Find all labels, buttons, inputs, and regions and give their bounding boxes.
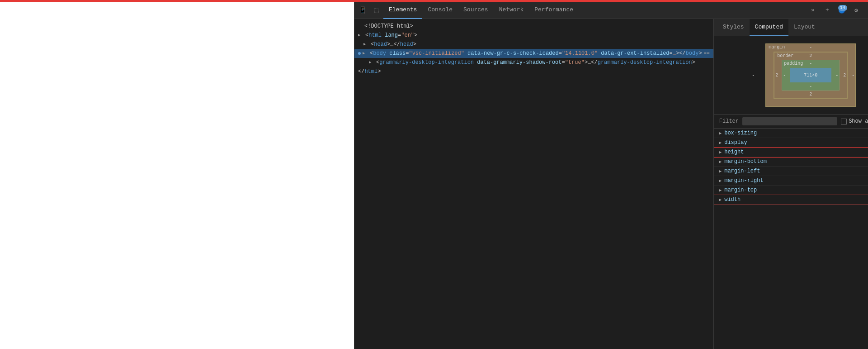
computed-arrow-margin-left: ▶	[719, 169, 722, 174]
tab-sources[interactable]: Sources	[458, 2, 494, 19]
computed-prop-name-margin-right: margin-right	[724, 177, 797, 184]
reveal-icon[interactable]: ==	[704, 49, 710, 57]
elem-head: ▶ <head>…</head>	[354, 40, 713, 49]
computed-arrow-margin-bottom: ▶	[719, 159, 722, 164]
padding-bottom-val: -	[809, 84, 812, 89]
margin-left-val: -	[752, 73, 755, 78]
computed-properties-list: ▶box-sizingborder-box▶displayblock▶heigh…	[714, 129, 868, 349]
computed-prop-value-margin-left: 0px	[797, 168, 868, 174]
elem-body: ▶ <body class="vsc-initialized" data-new…	[354, 49, 713, 58]
margin-top-val: -	[809, 45, 812, 50]
arrow-grammarly[interactable]: ▶	[369, 58, 375, 67]
selected-dot	[358, 52, 361, 55]
computed-prop-name-margin-bottom: margin-bottom	[724, 158, 797, 165]
show-all-checkbox-box[interactable]	[841, 119, 847, 124]
more-tabs-button[interactable]: »	[807, 4, 819, 17]
padding-right-val: -	[835, 73, 838, 78]
badge-button[interactable]: 🔵14	[835, 4, 848, 17]
padding-top-val: -	[809, 61, 812, 66]
computed-arrow-box-sizing: ▶	[719, 131, 722, 136]
computed-arrow-width: ▶	[719, 197, 722, 202]
computed-prop-value-margin-top: 0px	[797, 187, 868, 193]
arrow-head[interactable]: ▶	[363, 40, 370, 48]
computed-arrow-margin-top: ▶	[719, 188, 722, 193]
main-layout: 📱 ⬚ Elements Console Sources Network Per…	[0, 2, 868, 349]
computed-prop-name-margin-left: margin-left	[724, 168, 797, 174]
computed-prop-name-margin-top: margin-top	[724, 187, 797, 193]
border-left-val: 2	[775, 73, 778, 78]
box-model-section: margin - - - - border 2 2 2	[714, 36, 868, 115]
computed-prop-value-height: 4px	[797, 149, 868, 155]
device-icon[interactable]: 📱	[356, 4, 369, 17]
badge-count: 14	[838, 5, 847, 11]
elem-html: ▶ <html lang="en">	[354, 31, 713, 40]
computed-prop-name-height: height	[724, 149, 797, 155]
show-all-label: Show all	[849, 118, 868, 124]
box-model-diagram: margin - - - - border 2 2 2	[765, 43, 856, 107]
tab-styles[interactable]: Styles	[717, 19, 750, 36]
computed-prop-value-margin-bottom: 0px	[797, 158, 868, 165]
border-bottom-val: 2	[809, 92, 812, 97]
devtools-tab-bar: 📱 ⬚ Elements Console Sources Network Per…	[354, 2, 868, 19]
arrow-body[interactable]: ▶	[363, 49, 369, 57]
content-dimensions: 711×0	[804, 73, 817, 78]
computed-prop-value-display: block	[797, 139, 868, 146]
padding-left-val: -	[783, 73, 786, 78]
tab-performance[interactable]: Performance	[529, 2, 579, 19]
settings-button[interactable]: ⚙	[850, 4, 863, 17]
computed-arrow-margin-right: ▶	[719, 178, 722, 183]
filter-input[interactable]	[742, 117, 837, 125]
filter-label: Filter	[719, 118, 739, 124]
computed-prop-value-box-sizing: border-box	[797, 130, 868, 136]
border-top-val: 2	[809, 53, 812, 58]
computed-item-margin-top[interactable]: ▶margin-top0px	[714, 186, 868, 195]
computed-prop-name-width: width	[724, 196, 797, 203]
right-tab-bar: Styles Computed Layout »	[714, 19, 868, 36]
computed-item-display[interactable]: ▶displayblock	[714, 138, 868, 148]
computed-item-width[interactable]: ▶width715px	[714, 195, 868, 205]
tab-layout[interactable]: Layout	[788, 19, 821, 36]
right-panel: Styles Computed Layout » margin - -	[713, 19, 868, 349]
tab-elements[interactable]: Elements	[383, 2, 422, 19]
content-box: 711×0	[790, 68, 831, 82]
computed-prop-value-width: 715px	[797, 196, 868, 203]
computed-item-box-sizing[interactable]: ▶box-sizingborder-box	[714, 129, 868, 138]
computed-arrow-height: ▶	[719, 150, 722, 155]
elem-grammarly: ▶ <grammarly-desktop-integration data-gr…	[354, 58, 713, 67]
margin-bottom-val: -	[809, 100, 812, 105]
show-all-checkbox[interactable]: Show all	[841, 118, 868, 124]
computed-item-height[interactable]: ▶height4px	[714, 148, 868, 157]
computed-prop-name-box-sizing: box-sizing	[724, 130, 797, 136]
elements-panel[interactable]: <!DOCTYPE html> ▶ <html lang="en"> ▶ <he…	[354, 19, 713, 349]
elem-doctype: <!DOCTYPE html>	[354, 22, 713, 31]
webpage-preview	[0, 2, 354, 349]
arrow-html[interactable]: ▶	[358, 31, 364, 39]
computed-arrow-display: ▶	[719, 140, 722, 145]
border-right-val: 2	[843, 73, 846, 78]
inspect-icon[interactable]: ⬚	[370, 4, 382, 17]
tab-computed[interactable]: Computed	[750, 19, 788, 36]
border-label: border	[777, 53, 793, 58]
devtools-actions: » + 🔵14 ⚙ 👤 ⋯ ✕	[807, 4, 868, 17]
margin-label: margin	[769, 45, 785, 50]
computed-item-margin-bottom[interactable]: ▶margin-bottom0px	[714, 157, 868, 167]
computed-prop-name-display: display	[724, 139, 797, 146]
padding-label: padding	[784, 61, 803, 66]
profile-button[interactable]: 👤	[864, 4, 868, 17]
tab-network[interactable]: Network	[494, 2, 529, 19]
add-panel-button[interactable]: +	[821, 4, 834, 17]
elem-html-close: </html>	[354, 67, 713, 76]
tab-console[interactable]: Console	[422, 2, 458, 19]
margin-right-val: -	[852, 73, 854, 78]
computed-prop-value-margin-right: 0px	[797, 177, 868, 184]
devtools-body: <!DOCTYPE html> ▶ <html lang="en"> ▶ <he…	[354, 19, 868, 349]
devtools-panel: 📱 ⬚ Elements Console Sources Network Per…	[354, 2, 868, 349]
computed-item-margin-left[interactable]: ▶margin-left0px	[714, 167, 868, 176]
filter-bar: Filter Show all Group	[714, 115, 868, 129]
computed-item-margin-right[interactable]: ▶margin-right0px	[714, 176, 868, 186]
